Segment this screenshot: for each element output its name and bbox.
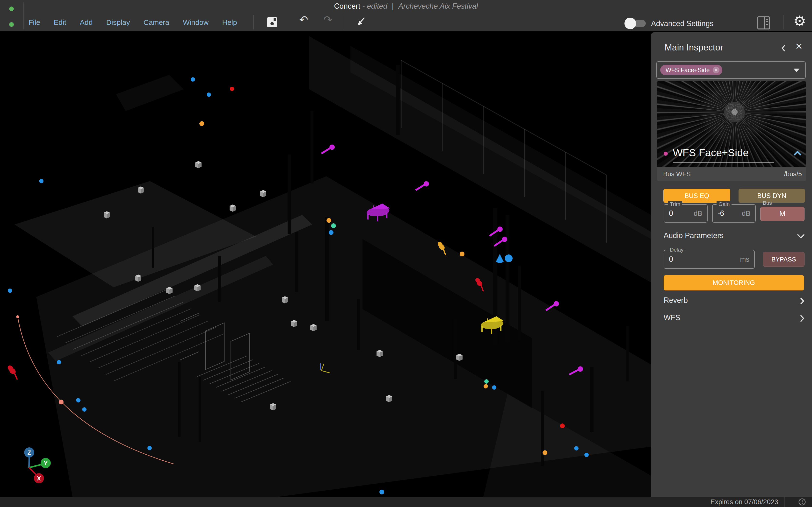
microphone-magenta[interactable] — [320, 144, 336, 155]
bus-address: /bus/5 — [784, 170, 802, 178]
bus-type-label: Bus WFS — [663, 170, 691, 178]
selection-chip[interactable]: WFS Face+Side ✕ — [660, 65, 722, 75]
bus-eq-button[interactable]: BUS EQ — [663, 189, 730, 203]
menu-camera[interactable]: Camera — [144, 18, 169, 26]
gain-value[interactable]: -6 — [717, 209, 724, 218]
festival-name: Archeveche Aix Festival — [398, 2, 478, 10]
axis-y-label: Y — [44, 460, 48, 466]
window-title: Concert - edited | Archeveche Aix Festiv… — [0, 2, 812, 11]
source-sphere-blue[interactable] — [39, 179, 44, 183]
chip-remove-icon[interactable]: ✕ — [713, 67, 719, 73]
advanced-settings-toggle[interactable] — [627, 20, 646, 27]
bus-label: Bus — [763, 200, 772, 206]
gain-unit: dB — [742, 210, 750, 218]
panel-layout-icon[interactable] — [757, 16, 770, 30]
chevron-right-icon[interactable] — [800, 314, 805, 323]
divider — [784, 497, 785, 507]
trim-value[interactable]: 0 — [669, 209, 673, 218]
close-panel-icon[interactable]: ✕ — [795, 41, 803, 52]
trim-field[interactable]: Trim 0 dB — [664, 204, 708, 223]
chevron-right-icon[interactable] — [800, 297, 805, 305]
main-inspector-panel: Main Inspector ✕ WFS Face+Side ✕ WFS Fac… — [651, 32, 812, 497]
source-sphere-teal[interactable] — [484, 379, 489, 384]
source-sphere-blue[interactable] — [329, 230, 334, 235]
chip-label: WFS Face+Side — [666, 67, 710, 74]
redo-icon[interactable]: ↷ — [323, 13, 332, 26]
menu-add[interactable]: Add — [80, 18, 93, 26]
save-icon[interactable] — [266, 16, 278, 28]
project-name: Concert — [334, 2, 360, 10]
microphone-magenta[interactable] — [414, 181, 430, 191]
title-underline — [673, 163, 774, 163]
venue-geometry — [14, 36, 651, 497]
source-sphere-salmon[interactable] — [59, 400, 63, 404]
source-sphere-blue-large[interactable] — [505, 255, 513, 262]
selection-dropdown[interactable]: WFS Face+Side ✕ — [656, 61, 806, 79]
source-sphere-blue[interactable] — [147, 446, 152, 450]
source-sphere-blue[interactable] — [191, 77, 195, 81]
audio-parameters-heading[interactable]: Audio Parameters — [664, 231, 723, 240]
dropdown-caret-icon[interactable] — [794, 68, 800, 72]
collapse-card-icon[interactable] — [793, 150, 802, 157]
source-sphere-blue[interactable] — [207, 93, 211, 97]
menu-display[interactable]: Display — [106, 18, 130, 26]
edited-flag: edited — [367, 2, 387, 10]
axis-x-label: X — [37, 475, 41, 482]
source-sphere-blue[interactable] — [492, 385, 496, 390]
delay-unit: ms — [740, 256, 749, 264]
menu-window[interactable]: Window — [183, 18, 209, 26]
delay-value[interactable]: 0 — [669, 255, 673, 264]
settings-gear-icon[interactable]: ⚙ — [793, 14, 806, 29]
source-sphere-red[interactable] — [560, 424, 565, 428]
advanced-settings-label: Advanced Settings — [651, 19, 714, 28]
source-sphere-blue[interactable] — [76, 398, 81, 402]
source-sphere-blue[interactable] — [574, 446, 578, 451]
source-sphere-orange[interactable] — [326, 218, 331, 223]
divider — [783, 15, 784, 30]
gain-field[interactable]: Gain -6 dB — [712, 204, 756, 223]
panel-title: Main Inspector — [665, 43, 723, 53]
bus-mute-button[interactable]: M — [760, 207, 805, 221]
trim-label: Trim — [668, 201, 682, 207]
reverb-section-row[interactable]: Reverb — [664, 296, 688, 305]
status-led-bottom — [9, 22, 14, 27]
wfs-section-row[interactable]: WFS — [664, 314, 680, 322]
axis-gizmo[interactable]: Z Y X — [24, 447, 51, 483]
source-sphere-orange[interactable] — [484, 384, 488, 388]
menu-file[interactable]: File — [29, 18, 40, 26]
violin-red[interactable] — [5, 364, 22, 380]
chevron-down-icon[interactable] — [797, 233, 805, 239]
divider — [344, 15, 344, 30]
monitoring-button[interactable]: MONITORING — [664, 275, 804, 290]
source-sphere-orange[interactable] — [460, 251, 464, 257]
object-preview-card: WFS Face+Side — [657, 81, 806, 167]
top-bar: Concert - edited | Archeveche Aix Festiv… — [0, 0, 812, 32]
undo-icon[interactable]: ↶ — [299, 13, 308, 26]
menu-edit[interactable]: Edit — [54, 18, 66, 26]
axis-z-label: Z — [28, 449, 31, 456]
source-sphere-blue[interactable] — [379, 490, 384, 495]
divider — [253, 15, 254, 30]
gain-label: Gain — [717, 201, 731, 207]
bypass-button[interactable]: BYPASS — [763, 252, 805, 267]
delay-field[interactable]: Delay 0 ms — [664, 250, 755, 269]
source-sphere-orange[interactable] — [199, 121, 204, 126]
object-color-dot — [664, 152, 668, 156]
source-sphere-blue[interactable] — [585, 453, 589, 457]
bus-info-bar: Bus WFS /bus/5 — [657, 167, 806, 181]
menu-help[interactable]: Help — [222, 18, 237, 26]
source-sphere-orange[interactable] — [543, 450, 547, 455]
info-alert-icon[interactable] — [798, 498, 806, 506]
object-title: WFS Face+Side — [673, 147, 749, 159]
source-sphere-red[interactable] — [230, 87, 234, 91]
source-sphere-blue[interactable] — [8, 288, 12, 293]
source-sphere-blue[interactable] — [82, 407, 87, 412]
source-sphere-blue[interactable] — [57, 360, 61, 364]
collapse-panel-icon[interactable] — [781, 44, 786, 52]
pin-tool-icon[interactable] — [355, 16, 367, 29]
source-sphere-salmon[interactable] — [16, 315, 19, 318]
source-sphere-teal[interactable] — [331, 223, 336, 228]
3d-viewport[interactable]: Z Y X — [0, 32, 651, 497]
status-bar: Expires on 07/06/2023 — [0, 497, 812, 507]
toggle-knob[interactable] — [624, 18, 636, 29]
